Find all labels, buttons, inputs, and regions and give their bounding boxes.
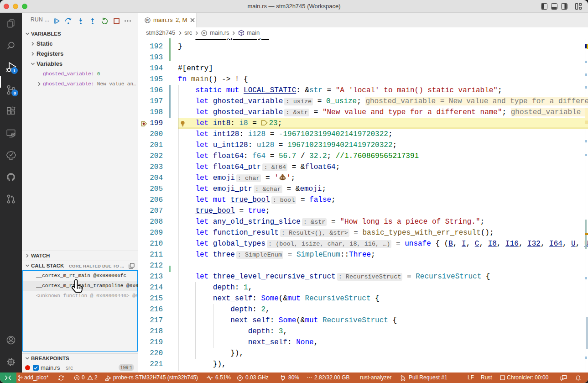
svg-text:R: R [146, 18, 149, 22]
svg-text:R: R [203, 31, 206, 35]
